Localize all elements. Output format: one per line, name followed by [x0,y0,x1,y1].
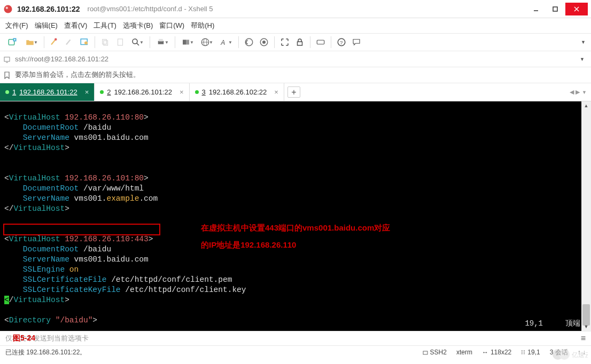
menu-window[interactable]: 窗口(W) [159,21,184,30]
svg-rect-13 [103,39,107,44]
address-bar: ssh://root@192.168.26.101:22 ▼ [0,51,591,67]
open-button[interactable]: ▼ [22,35,41,49]
svg-rect-15 [118,39,123,45]
window-title-main: 192.168.26.101:22 [17,5,80,13]
svg-rect-21 [186,40,189,45]
help-button[interactable]: ? [335,35,348,49]
host-icon [3,56,11,63]
disconnect-button[interactable] [63,35,76,49]
paste-button[interactable] [113,35,127,49]
terminal-area[interactable]: <VirtualHost 192.168.26.110:80> Document… [0,101,591,331]
svg-rect-3 [553,7,557,11]
transfer-button[interactable]: ▼ [178,35,197,49]
status-term: xterm [456,349,472,356]
status-size: ↔ 118x22 [482,349,511,356]
svg-text:A: A [220,39,225,46]
svg-point-10 [55,38,57,41]
status-ssh: SSH2 [423,349,447,356]
find-button[interactable]: ▼ [128,35,146,49]
menu-file[interactable]: 文件(F) [5,21,28,30]
svg-rect-29 [298,42,302,45]
session-tab-2[interactable]: 2 192.168.26.101:22 × [95,83,189,101]
status-bar: 已连接 192.168.26.101:22。 SSH2 xterm ↔ 118x… [0,346,591,359]
menu-tools[interactable]: 工具(T) [94,21,116,30]
keyboard-button[interactable] [314,35,328,49]
svg-rect-18 [158,41,164,44]
watermark-icon: 亿速云 [550,347,588,362]
session-tab-1[interactable]: 1 192.168.26.101:22 × [0,83,95,101]
status-pos: ⁝⁝ 19,1 [521,349,540,356]
hint-text: 要添加当前会话，点击左侧的箭头按钮。 [15,70,140,80]
properties-button[interactable] [77,35,91,49]
font-button[interactable]: A▼ [217,35,235,49]
tab-close-icon[interactable]: × [274,88,278,96]
scroll-down-icon[interactable]: ▼ [581,322,591,331]
toolbar: ▼ ▼ ▼ ▼ ▼ A▼ ? ▼ [0,33,591,51]
compose-menu-icon[interactable]: ≡ [581,334,586,343]
svg-point-12 [84,42,88,45]
status-dot-icon [5,90,9,94]
svg-rect-36 [423,351,427,354]
compose-bar[interactable]: 仅将文本发送到当前选项卡 图5-24 ≡ [0,331,591,346]
new-session-button[interactable] [3,35,21,49]
maximize-button[interactable] [546,3,564,15]
session-tab-3[interactable]: 3 192.168.26.102:22 × [190,83,284,101]
chat-button[interactable] [349,35,363,49]
svg-point-28 [262,41,266,44]
status-dot-icon [100,90,104,94]
top-indicator: 顶端 [565,319,580,329]
hint-bar: 要添加当前会话，点击左侧的箭头按钮。 [0,67,591,83]
copy-button[interactable] [98,35,112,49]
terminal-scrollbar[interactable]: ▲ ▼ [581,101,591,331]
print-button[interactable]: ▼ [153,35,172,49]
svg-text:亿速云: 亿速云 [571,351,588,359]
status-connected: 已连接 192.168.26.101:22。 [5,348,413,357]
lock-button[interactable] [293,35,307,49]
fullscreen-button[interactable] [278,35,292,49]
tab-nav-arrows[interactable]: ◀ ▶ ▼ [570,83,591,101]
script-button[interactable] [242,35,256,49]
menu-edit[interactable]: 编辑(E) [35,21,58,30]
highlight-rectangle [3,224,160,235]
menu-help[interactable]: 帮助(H) [191,21,214,30]
svg-rect-19 [159,39,163,42]
reconnect-button[interactable] [48,35,61,49]
window-controls [526,3,588,15]
address-url[interactable]: ssh://root@192.168.26.101:22 [15,55,572,63]
minimize-button[interactable] [527,3,545,15]
svg-rect-34 [4,57,10,61]
cursor-position: 19,1 [525,319,543,329]
title-bar: 192.168.26.101:22 root@vms001:/etc/httpd… [0,0,591,18]
menu-tabs[interactable]: 选项卡(B) [123,21,153,30]
bookmark-add-icon[interactable] [3,72,11,79]
svg-rect-20 [183,40,186,45]
tab-close-icon[interactable]: × [180,88,184,96]
scroll-up-icon[interactable]: ▲ [581,101,591,110]
svg-text:?: ? [340,39,343,45]
menu-bar: 文件(F) 编辑(E) 查看(V) 工具(T) 选项卡(B) 窗口(W) 帮助(… [0,18,591,33]
tab-bar: 1 192.168.26.101:22 × 2 192.168.26.101:2… [0,83,591,101]
svg-point-38 [559,349,570,360]
figure-label: 图5-24 [13,334,35,343]
svg-point-1 [6,6,9,9]
svg-rect-14 [104,41,108,45]
add-tab-button[interactable]: + [287,86,300,98]
status-dot-icon [195,90,199,94]
record-button[interactable] [257,35,271,49]
window-title-sub: root@vms001:/etc/httpd/conf.d - Xshell 5 [88,5,213,13]
app-logo-icon [3,4,13,14]
encoding-button[interactable]: ▼ [198,35,216,49]
tab-close-icon[interactable]: × [85,88,89,96]
close-button[interactable] [565,3,588,15]
annotation-text: 在虚拟主机中设置443端口的vms001.baidu.com对应 的IP地址是1… [201,219,425,254]
svg-rect-30 [317,40,324,44]
svg-line-17 [137,43,139,46]
svg-point-0 [4,5,12,13]
toolbar-overflow-icon[interactable]: ▼ [581,39,588,45]
menu-view[interactable]: 查看(V) [64,21,87,30]
address-dropdown-icon[interactable]: ▼ [577,57,588,62]
